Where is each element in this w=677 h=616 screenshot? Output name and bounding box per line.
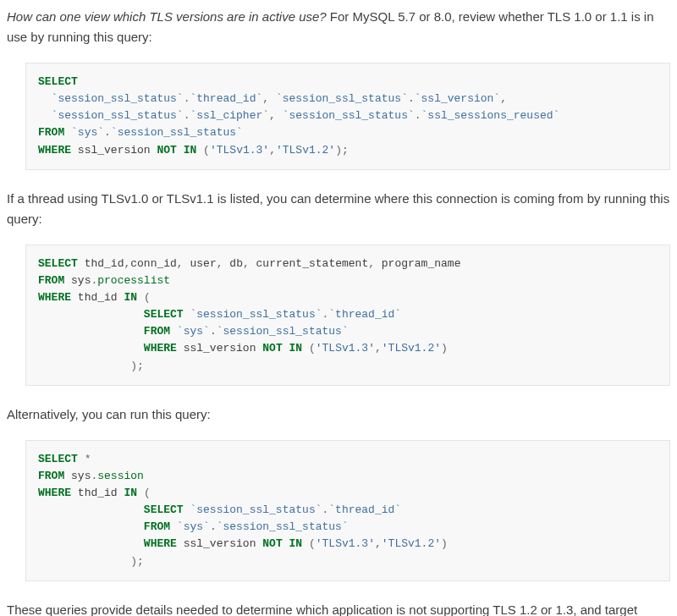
intro-paragraph: How can one view which TLS versions are … xyxy=(7,7,670,47)
paragraph-3: Alternatively, you can run this query: xyxy=(7,404,670,425)
sql-query-3[interactable]: SELECT * FROM sys.session WHERE thd_id I… xyxy=(25,440,670,581)
paragraph-2: If a thread using TLSv1.0 or TLSv1.1 is … xyxy=(7,189,670,229)
sql-query-2[interactable]: SELECT thd_id,conn_id, user, db, current… xyxy=(25,245,670,386)
sql-query-1[interactable]: SELECT `session_ssl_status`.`thread_id`,… xyxy=(25,63,670,170)
intro-question: How can one view which TLS versions are … xyxy=(7,9,327,24)
paragraph-4: These queries provide details needed to … xyxy=(7,600,670,616)
